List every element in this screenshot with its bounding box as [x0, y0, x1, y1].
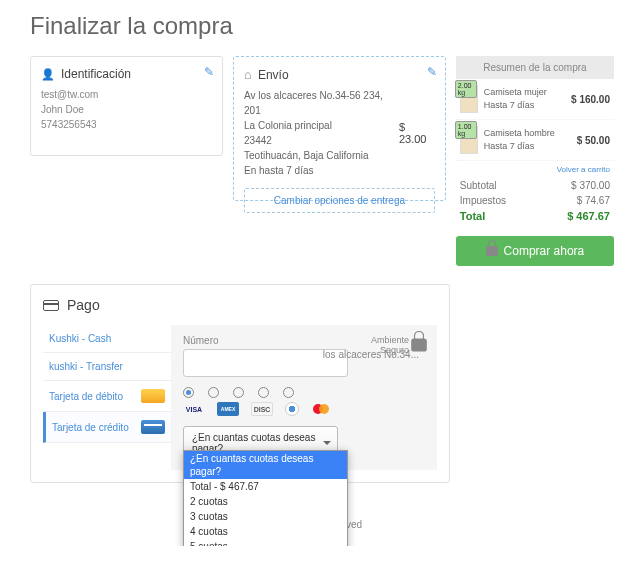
ship-addr1: Av los alcaceres No.34-56 234, 201	[244, 88, 399, 118]
card-icon	[43, 300, 59, 311]
card-brand-radio[interactable]	[233, 387, 244, 398]
ship-city: Teotihuacán, Baja California	[244, 148, 399, 163]
ship-zip: 23442	[244, 133, 399, 148]
ship-eta: En hasta 7 días	[244, 163, 399, 178]
summary-item: Camiseta hombre Hasta 7 días $ 50.00	[456, 120, 614, 161]
summary-title: Resumen de la compra	[456, 56, 614, 79]
total-label: Total	[460, 210, 485, 222]
amex-icon: AMEX	[217, 402, 239, 416]
ship-addr2: La Colonia principal	[244, 118, 399, 133]
taxes-value: $ 74.67	[577, 195, 610, 206]
visa-icon: VISA	[183, 402, 205, 416]
installments-option[interactable]: 2 cuotas	[184, 494, 347, 509]
pay-method-transfer[interactable]: kushki - Transfer	[43, 353, 171, 381]
user-icon	[41, 67, 55, 81]
edit-identification-icon[interactable]: ✎	[204, 65, 214, 79]
card-brand-radio[interactable]	[183, 387, 194, 398]
debit-card-icon	[141, 389, 165, 403]
discover-icon: DISC	[251, 402, 273, 416]
shipping-title: Envío	[258, 68, 289, 82]
edit-shipping-icon[interactable]: ✎	[427, 65, 437, 79]
change-shipping-button[interactable]: Cambiar opciones de entrega	[244, 188, 435, 213]
installments-option[interactable]: ¿En cuantas cuotas deseas pagar?	[184, 451, 347, 479]
item-eta: Hasta 7 días	[484, 99, 565, 112]
payment-card: Pago Kushki - Cash kushki - Transfer Tar…	[30, 284, 450, 483]
buy-now-button[interactable]: Comprar ahora	[456, 236, 614, 266]
installments-dropdown: ¿En cuantas cuotas deseas pagar?Total - …	[183, 450, 348, 546]
order-summary: Resumen de la compra Camiseta mujer Hast…	[456, 56, 614, 266]
identification-card: ✎ Identificación test@tw.com John Doe 57…	[30, 56, 223, 156]
taxes-label: Impuestos	[460, 195, 506, 206]
identification-title: Identificación	[61, 67, 131, 81]
product-thumb	[460, 126, 478, 154]
card-brand-radio[interactable]	[283, 387, 294, 398]
shipping-card: ✎ Envío Av los alcaceres No.34-56 234, 2…	[233, 56, 446, 201]
product-thumb	[460, 85, 478, 113]
id-name: John Doe	[41, 102, 212, 117]
card-brand-radio[interactable]	[258, 387, 269, 398]
home-icon	[244, 67, 252, 82]
id-email: test@tw.com	[41, 87, 212, 102]
item-name: Camiseta mujer	[484, 86, 565, 99]
buy-now-label: Comprar ahora	[504, 244, 585, 258]
card-brand-radio[interactable]	[208, 387, 219, 398]
ship-price: $ 23.00	[399, 121, 435, 145]
item-name: Camiseta hombre	[484, 127, 571, 140]
lock-icon	[486, 246, 498, 256]
installments-option[interactable]: 4 cuotas	[184, 524, 347, 539]
back-to-cart-link[interactable]: Volver a carrito	[456, 161, 614, 176]
id-number: 5743256543	[41, 117, 212, 132]
total-value: $ 467.67	[567, 210, 610, 222]
subtotal-value: $ 370.00	[571, 180, 610, 191]
item-price: $ 160.00	[571, 94, 610, 105]
installments-option[interactable]: 5 cuotas	[184, 539, 347, 546]
item-eta: Hasta 7 días	[484, 140, 571, 153]
pay-method-credit[interactable]: Tarjeta de crédito	[43, 412, 171, 443]
address-preview: los alcaceres No.34...	[323, 349, 419, 360]
page-title: Finalizar la compra	[30, 12, 614, 40]
pay-method-debit[interactable]: Tarjeta de débito	[43, 381, 171, 412]
installments-option[interactable]: Total - $ 467.67	[184, 479, 347, 494]
credit-card-icon	[141, 420, 165, 434]
summary-item: Camiseta mujer Hasta 7 días $ 160.00	[456, 79, 614, 120]
payment-form: Ambiente Seguro Número VISA AMEX	[171, 325, 437, 470]
mastercard-icon	[311, 402, 333, 416]
payment-methods-list: Kushki - Cash kushki - Transfer Tarjeta …	[43, 325, 171, 470]
diners-icon	[285, 402, 299, 416]
subtotal-label: Subtotal	[460, 180, 497, 191]
payment-title: Pago	[67, 297, 100, 313]
installments-option[interactable]: 3 cuotas	[184, 509, 347, 524]
item-price: $ 50.00	[577, 135, 610, 146]
pay-method-cash[interactable]: Kushki - Cash	[43, 325, 171, 353]
